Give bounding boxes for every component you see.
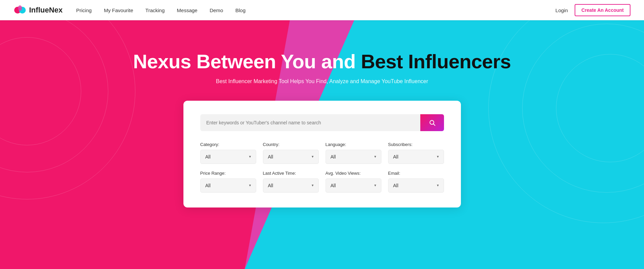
search-icon [429, 119, 436, 126]
filter-language: Language: All ▾ [326, 142, 381, 164]
email-value: All [393, 183, 399, 188]
logo-icon [14, 4, 26, 17]
category-value: All [205, 154, 211, 160]
hero-title: Nexus Between You and Best Influencers [133, 51, 511, 72]
subscribers-value: All [393, 154, 399, 160]
hero-section: Nexus Between You and Best Influencers B… [0, 20, 644, 269]
language-label: Language: [326, 142, 381, 147]
category-label: Category: [200, 142, 256, 147]
nav-item-blog[interactable]: Blog [235, 7, 245, 13]
chevron-down-icon: ▾ [312, 154, 314, 159]
search-card: Category: All ▾ Country: All ▾ Language: [183, 101, 461, 207]
price-range-select[interactable]: All ▾ [200, 178, 256, 193]
create-account-button[interactable]: Create An Account [575, 4, 630, 16]
chevron-down-icon: ▾ [374, 154, 376, 159]
subscribers-label: Subscribers: [388, 142, 444, 147]
hero-subtitle: Best Influencer Marketing Tool Helps You… [216, 78, 428, 84]
filter-country: Country: All ▾ [263, 142, 319, 164]
avg-views-label: Avg. Video Views: [326, 171, 381, 176]
language-value: All [331, 154, 336, 160]
search-button[interactable] [420, 114, 444, 131]
avg-views-value: All [331, 183, 336, 188]
chevron-down-icon: ▾ [249, 183, 251, 188]
nav-links: Pricing My Favourite Tracking Message De… [76, 7, 555, 13]
chevron-down-icon: ▾ [437, 183, 439, 188]
last-active-select[interactable]: All ▾ [263, 178, 319, 193]
logo-text: InflueNex [29, 6, 63, 15]
filter-price-range: Price Range: All ▾ [200, 171, 256, 193]
search-input[interactable] [200, 114, 420, 131]
nav-item-demo[interactable]: Demo [209, 7, 223, 13]
nav-item-pricing[interactable]: Pricing [76, 7, 92, 13]
price-range-label: Price Range: [200, 171, 256, 176]
filter-subscribers: Subscribers: All ▾ [388, 142, 444, 164]
filter-avg-views: Avg. Video Views: All ▾ [326, 171, 381, 193]
hero-content: Nexus Between You and Best Influencers B… [0, 20, 644, 207]
last-active-label: Last Active Time: [263, 171, 319, 176]
chevron-down-icon: ▾ [374, 183, 376, 188]
last-active-value: All [268, 183, 273, 188]
nav-item-my-favourite[interactable]: My Favourite [104, 7, 133, 13]
filter-last-active: Last Active Time: All ▾ [263, 171, 319, 193]
svg-point-2 [18, 5, 22, 11]
country-value: All [268, 154, 273, 160]
hero-title-part1: Nexus Between You and [133, 50, 361, 72]
category-select[interactable]: All ▾ [200, 150, 256, 164]
country-select[interactable]: All ▾ [263, 150, 319, 164]
subscribers-select[interactable]: All ▾ [388, 150, 444, 164]
hero-title-part2: Best Influencers [361, 50, 511, 72]
country-label: Country: [263, 142, 319, 147]
email-label: Email: [388, 171, 444, 176]
nav-item-tracking[interactable]: Tracking [146, 7, 165, 13]
logo[interactable]: InflueNex [14, 4, 63, 17]
login-link[interactable]: Login [555, 7, 568, 13]
search-row [200, 114, 444, 131]
filter-category: Category: All ▾ [200, 142, 256, 164]
filter-email: Email: All ▾ [388, 171, 444, 193]
svg-line-4 [433, 124, 435, 126]
language-select[interactable]: All ▾ [326, 150, 381, 164]
email-select[interactable]: All ▾ [388, 178, 444, 193]
navbar: InflueNex Pricing My Favourite Tracking … [0, 0, 644, 20]
filter-row-1: Category: All ▾ Country: All ▾ Language: [200, 142, 444, 164]
nav-actions: Login Create An Account [555, 4, 630, 16]
avg-views-select[interactable]: All ▾ [326, 178, 381, 193]
filter-row-2: Price Range: All ▾ Last Active Time: All… [200, 171, 444, 193]
price-range-value: All [205, 183, 211, 188]
chevron-down-icon: ▾ [312, 183, 314, 188]
chevron-down-icon: ▾ [437, 154, 439, 159]
chevron-down-icon: ▾ [249, 154, 251, 159]
nav-item-message[interactable]: Message [177, 7, 198, 13]
